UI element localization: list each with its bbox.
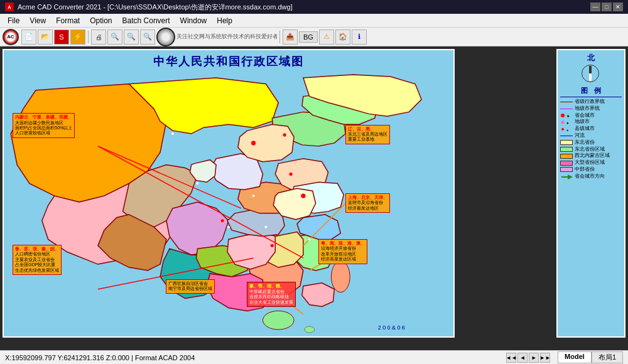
- legend-icon-9: [560, 161, 573, 166]
- legend-icon-8: [560, 154, 573, 159]
- zoom-in-button[interactable]: 🔍: [107, 29, 122, 45]
- warning-button[interactable]: ⚠: [319, 29, 334, 45]
- legend-label-9: 大型省份区域: [575, 160, 605, 166]
- annotation-zhongbu: 豫、鄂、湘、赣、 中部崛起重点省份 连接东西部战略枢纽 农业大省工业快速发展: [247, 282, 296, 307]
- home-button[interactable]: 🏠: [335, 29, 350, 45]
- status-coords: X:19592099.797 Y:6241291.316 Z:0.000 | F…: [5, 354, 499, 361]
- svg-point-41: [289, 172, 293, 176]
- legend-panel: 北 图 例 省级行政界线 地级市界线 ★ 省会城市: [556, 49, 625, 338]
- canvas-area[interactable]: 中华人民共和国行政区域图: [0, 46, 628, 350]
- navigation-controls: ◄◄ ◄ ► ►►: [506, 353, 550, 363]
- nav-next-button[interactable]: ►: [529, 353, 539, 363]
- menu-format[interactable]: Format: [51, 14, 85, 27]
- menu-batch[interactable]: Batch Convert: [117, 14, 175, 27]
- svg-point-44: [227, 226, 230, 228]
- tab-layout1[interactable]: 布局1: [592, 351, 623, 363]
- legend-title: 图 例: [560, 86, 622, 97]
- svg-point-39: [220, 219, 224, 223]
- legend-icon-5: [560, 136, 573, 137]
- watermark-text: 关注社交网与系统软件技术的科技爱好者: [176, 33, 277, 41]
- nav-last-button[interactable]: ►►: [540, 353, 550, 363]
- watermark-logo: [156, 28, 175, 46]
- svg-point-40: [270, 244, 274, 247]
- convert-button[interactable]: ⚡: [70, 29, 85, 45]
- svg-text:●: ●: [566, 121, 569, 125]
- save-button[interactable]: S: [54, 29, 69, 45]
- legend-icon-1: [560, 109, 573, 109]
- nav-prev-button[interactable]: ◄: [517, 353, 528, 363]
- new-button[interactable]: 📄: [21, 29, 36, 45]
- toolbar-watermark-area: 关注社交网与系统软件技术的科技爱好者: [156, 28, 277, 46]
- legend-icon-2: ★: [560, 113, 573, 118]
- legend-icon-6: [560, 140, 573, 145]
- annotation-guangxi: 广西壮族自治区省会南宁市及周边省份区域: [166, 279, 215, 294]
- svg-point-48: [252, 195, 255, 197]
- print-button[interactable]: 🖨: [91, 29, 106, 45]
- nav-first-button[interactable]: ◄◄: [506, 353, 516, 363]
- menu-help[interactable]: Help: [212, 14, 237, 27]
- status-bar: X:19592099.797 Y:6241291.316 Z:0.000 | F…: [0, 350, 628, 364]
- map-title: 中华人民共和国行政区域图: [4, 50, 453, 72]
- legend-item-0: 省级行政界线: [560, 99, 622, 105]
- maximize-button[interactable]: □: [602, 3, 612, 11]
- legend-item-4: ● 县级城市: [560, 126, 622, 132]
- svg-point-29: [305, 326, 315, 333]
- close-button[interactable]: ✕: [613, 3, 623, 11]
- search-button[interactable]: 🔍: [140, 29, 155, 45]
- open-button[interactable]: 📂: [38, 29, 53, 45]
- annotation-east: 上海、北京、天津、 直辖市及沿海省份 经济最发达地区: [345, 193, 390, 213]
- minimize-button[interactable]: —: [590, 3, 600, 11]
- legend-item-3: ● 地级市: [560, 119, 622, 125]
- legend-items: 省级行政界线 地级市界线 ★ 省会城市 ● 地级市 ● 县级城市: [560, 99, 622, 180]
- svg-point-52: [561, 120, 565, 124]
- annotation-central: 鲁、苏、浙、豫、皖、 人口稠密省份地区 主要农业及工业省份 占全国GDP较大比重…: [13, 245, 62, 275]
- bg-button[interactable]: BG: [299, 31, 318, 43]
- legend-item-6: 东北省份: [560, 140, 622, 146]
- title-bar: A Acme CAD Converter 2021 - [C:\Users\SS…: [0, 0, 628, 14]
- separator-2: [279, 31, 280, 43]
- legend-item-5: 河流: [560, 133, 622, 139]
- menu-view[interactable]: View: [24, 14, 51, 27]
- menu-file[interactable]: File: [3, 14, 24, 27]
- annotation-northeast: 内蒙古、宁夏、新疆、西藏、 大面积边疆少数民族地区 面积约占全国总面积50%以上…: [13, 113, 75, 138]
- toolbar: AC 📄 📂 S ⚡ 🖨 🔍 🔍 🔍 关注社交网与系统软件技术的科技爱好者 📤 …: [0, 28, 628, 46]
- svg-point-37: [283, 133, 286, 137]
- compass: [582, 65, 600, 83]
- legend-label-4: 县级城市: [575, 126, 595, 132]
- svg-point-54: [561, 128, 564, 131]
- svg-point-47: [283, 195, 286, 197]
- legend-item-7: 东北省份区域: [560, 147, 622, 153]
- legend-item-2: ★ 省会城市: [560, 113, 622, 119]
- annotation-dongbei: 辽、吉、黑、 东北三省及周边地区 重要工业基地: [345, 125, 390, 144]
- svg-point-45: [264, 226, 267, 228]
- svg-text:★: ★: [566, 114, 570, 118]
- zoom-out-button[interactable]: 🔍: [124, 29, 139, 45]
- legend-label-5: 河流: [575, 133, 585, 139]
- svg-text:●: ●: [566, 128, 568, 132]
- legend-label-3: 地级市: [575, 119, 590, 125]
- app-icon: A: [5, 3, 14, 11]
- info-button[interactable]: ℹ: [352, 29, 367, 45]
- compass-arrow: [589, 66, 592, 81]
- svg-text:2 0 0 & 0 6: 2 0 0 & 0 6: [378, 324, 405, 331]
- legend-item-11: 省会城市方向: [560, 174, 622, 180]
- legend-label-1: 地级市界线: [575, 106, 600, 112]
- window-controls: — □ ✕: [590, 3, 623, 11]
- menu-option[interactable]: Option: [85, 14, 117, 27]
- svg-point-38: [301, 193, 306, 198]
- legend-icon-10: [560, 167, 573, 172]
- tab-model[interactable]: Model: [558, 351, 592, 363]
- legend-icon-11: [560, 174, 573, 180]
- legend-label-8: 西北内蒙古区域: [575, 153, 610, 159]
- legend-label-11: 省会城市方向: [575, 174, 605, 179]
- legend-north-label: 北: [560, 53, 622, 63]
- app-logo: AC: [3, 29, 19, 45]
- legend-label-0: 省级行政界线: [575, 99, 605, 105]
- legend-icon-3: ●: [560, 120, 573, 125]
- menu-window[interactable]: Window: [175, 14, 212, 27]
- legend-item-10: 中部省份: [560, 167, 622, 173]
- export-button[interactable]: 📤: [283, 29, 298, 45]
- svg-point-36: [251, 141, 256, 146]
- separator-1: [88, 31, 89, 43]
- legend-item-8: 西北内蒙古区域: [560, 153, 622, 159]
